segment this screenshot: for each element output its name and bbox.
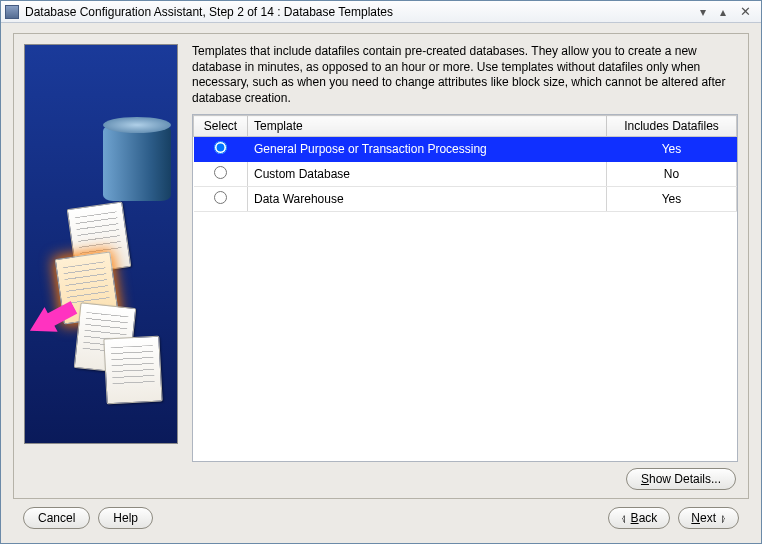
table-row[interactable]: Custom Database No	[194, 162, 737, 187]
restore-icon[interactable]: ▴	[720, 6, 726, 18]
table-header-row: Select Template Includes Datafiles	[194, 116, 737, 137]
col-includes: Includes Datafiles	[607, 116, 737, 137]
includes-datafiles: Yes	[607, 187, 737, 212]
close-icon[interactable]: ✕	[740, 5, 751, 18]
show-details-button[interactable]: Show Details...	[626, 468, 736, 490]
back-button[interactable]: ⦉ Back	[608, 507, 671, 529]
table-row[interactable]: General Purpose or Transaction Processin…	[194, 137, 737, 162]
client-area: Templates that include datafiles contain…	[1, 23, 761, 543]
description-text: Templates that include datafiles contain…	[192, 44, 738, 106]
window-title: Database Configuration Assistant, Step 2…	[25, 5, 700, 19]
template-name: Data Warehouse	[248, 187, 607, 212]
col-select: Select	[194, 116, 248, 137]
show-details-row: Show Details...	[192, 462, 738, 490]
wizard-footer: Cancel Help ⦉ Back Next ⦊	[13, 499, 749, 533]
select-radio[interactable]	[214, 166, 227, 179]
titlebar: Database Configuration Assistant, Step 2…	[1, 1, 761, 23]
minimize-icon[interactable]: ▾	[700, 6, 706, 18]
template-name: General Purpose or Transaction Processin…	[248, 137, 607, 162]
show-details-label: how Details...	[649, 472, 721, 486]
includes-datafiles: Yes	[607, 137, 737, 162]
help-button[interactable]: Help	[98, 507, 153, 529]
col-template: Template	[248, 116, 607, 137]
table-row[interactable]: Data Warehouse Yes	[194, 187, 737, 212]
window-controls: ▾ ▴ ✕	[700, 5, 751, 18]
select-radio[interactable]	[214, 191, 227, 204]
next-button[interactable]: Next ⦊	[678, 507, 739, 529]
content-panel: Templates that include datafiles contain…	[13, 33, 749, 499]
main-content: Templates that include datafiles contain…	[192, 44, 738, 490]
chevron-right-icon: ⦊	[721, 513, 726, 524]
wizard-illustration	[24, 44, 178, 444]
app-icon	[5, 5, 19, 19]
select-radio[interactable]	[214, 141, 227, 154]
window-frame: Database Configuration Assistant, Step 2…	[0, 0, 762, 544]
template-name: Custom Database	[248, 162, 607, 187]
includes-datafiles: No	[607, 162, 737, 187]
chevron-left-icon: ⦉	[621, 513, 626, 524]
wizard-illustration-column	[24, 44, 178, 490]
template-table: Select Template Includes Datafiles Gener…	[192, 114, 738, 462]
cancel-button[interactable]: Cancel	[23, 507, 90, 529]
